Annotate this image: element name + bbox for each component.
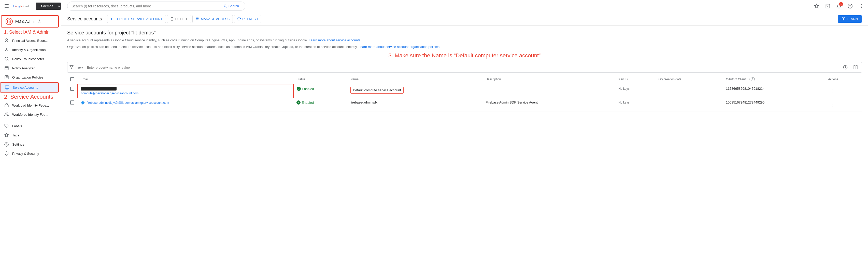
learn-more-accounts-link[interactable]: Learn more about service accounts. xyxy=(309,38,361,42)
annotation-select-iam: 1. Select IAM & Admin xyxy=(0,29,61,36)
create-button-label: + CREATE SERVICE ACCOUNT xyxy=(114,17,163,21)
column-config-button[interactable] xyxy=(851,63,860,72)
sidebar-item-privacy-security[interactable]: Privacy & Security xyxy=(0,149,59,158)
table-help-button[interactable] xyxy=(841,63,849,72)
row1-name-highlighted: Default compute service account xyxy=(350,87,404,93)
oauth2-help-icon[interactable]: ? xyxy=(751,77,755,81)
refresh-button[interactable]: REFRESH xyxy=(234,15,261,23)
row2-email-icon: 🔷 xyxy=(81,101,85,105)
page-title: Service accounts xyxy=(67,16,102,22)
tags-icon xyxy=(4,133,9,138)
row2-email-link[interactable]: firebase-adminsdk-jvt2t@lit-demos.iam.gs… xyxy=(87,101,169,105)
sidebar-label-policy-analyzer: Policy Analyzer xyxy=(12,66,35,70)
sidebar-item-service-accounts[interactable]: Service Accounts xyxy=(1,83,58,92)
menu-button[interactable] xyxy=(2,2,11,11)
header-description: Description xyxy=(483,75,615,84)
svg-point-14 xyxy=(861,4,862,5)
iam-admin-header[interactable]: IAM & Admin xyxy=(1,15,59,28)
hamburger-icon xyxy=(4,3,10,9)
row2-key-creation-date-cell xyxy=(654,98,723,111)
svg-text:e: e xyxy=(21,5,22,8)
row1-status-dot xyxy=(297,87,301,91)
settings-icon xyxy=(4,142,9,147)
sidebar-item-organization-policies[interactable]: Organization Policies xyxy=(0,73,59,82)
search-input[interactable] xyxy=(71,4,221,8)
policy-analyzer-icon xyxy=(4,65,9,71)
notification-button[interactable]: 1 xyxy=(834,2,844,11)
row1-status: Enabled xyxy=(297,87,344,91)
pin-icon xyxy=(37,19,41,23)
filter-bar: Filter xyxy=(67,62,862,73)
sidebar-item-policy-troubleshooter[interactable]: Policy Troubleshooter xyxy=(0,54,59,63)
header-checkbox[interactable] xyxy=(70,77,74,81)
topbar: G o o g l e Cloud lit-demos Search xyxy=(0,0,868,12)
delete-button[interactable]: DELETE xyxy=(167,15,192,23)
refresh-button-label: REFRESH xyxy=(242,17,258,21)
sidebar-item-identity-organization[interactable]: Identity & Organization xyxy=(0,45,59,54)
more-button[interactable] xyxy=(857,2,866,11)
row2-actions-cell: ⋮ xyxy=(825,98,862,111)
sidebar-label-tags: Tags xyxy=(12,133,19,137)
page-body: Service accounts for project "lit-demos"… xyxy=(61,26,868,115)
row2-key-id: No keys xyxy=(618,101,629,104)
project-selector[interactable]: lit-demos xyxy=(36,3,61,10)
manage-access-button[interactable]: MANAGE ACCESS xyxy=(192,15,233,23)
delete-button-label: DELETE xyxy=(175,17,188,21)
sidebar-label-workforce-identity: Workforce Identity Fed... xyxy=(12,113,48,116)
sidebar-item-labels[interactable]: Labels xyxy=(0,122,59,131)
search-icon xyxy=(223,4,227,8)
row2-checkbox-cell xyxy=(67,98,78,111)
main-layout: IAM & Admin 1. Select IAM & Admin Princi… xyxy=(0,12,868,270)
row1-email-blocked xyxy=(81,87,117,90)
create-icon: + xyxy=(111,17,113,21)
service-accounts-icon xyxy=(5,85,10,90)
google-cloud-logo-svg: G o o g l e Cloud xyxy=(13,3,34,9)
row2-description: Firebase Admin SDK Service Agent xyxy=(486,101,538,104)
svg-text:Cloud: Cloud xyxy=(23,5,29,8)
sidebar-item-workforce-identity[interactable]: Workforce Identity Fed... xyxy=(0,110,59,119)
help-button[interactable] xyxy=(846,2,855,11)
svg-text:G: G xyxy=(13,4,16,8)
header-key-id: Key ID xyxy=(615,75,654,84)
google-cloud-logo[interactable]: G o o g l e Cloud xyxy=(13,3,34,9)
row1-status-label: Enabled xyxy=(302,87,314,91)
row2-actions-button[interactable]: ⋮ xyxy=(828,101,836,109)
sidebar-item-settings[interactable]: Settings xyxy=(0,140,59,149)
bookmark-button[interactable] xyxy=(812,2,821,11)
row1-checkbox[interactable] xyxy=(70,87,74,91)
sidebar-item-policy-analyzer[interactable]: Policy Analyzer xyxy=(0,63,59,73)
table-row: 🔷 firebase-adminsdk-jvt2t@lit-demos.iam.… xyxy=(67,98,862,111)
header-status: Status xyxy=(293,75,347,84)
create-service-account-button[interactable]: + + CREATE SERVICE ACCOUNT xyxy=(107,15,166,23)
row1-key-id: No keys xyxy=(618,87,629,90)
svg-marker-9 xyxy=(814,4,819,8)
labels-icon xyxy=(4,124,9,129)
row1-email-link[interactable]: compute@developer.gserviceaccount.com xyxy=(81,91,138,95)
sidebar-item-principal-access[interactable]: Principal Access Boun... xyxy=(0,36,59,45)
refresh-icon xyxy=(237,17,241,21)
row2-status: Enabled xyxy=(297,101,344,105)
table-row: compute@developer.gserviceaccount.com En… xyxy=(67,84,862,98)
sidebar-item-tags[interactable]: Tags xyxy=(0,131,59,140)
sidebar-item-workload-identity[interactable]: Workload Identity Fede... xyxy=(0,101,59,110)
page-description-2-text: Organization policies can be used to sec… xyxy=(67,45,358,49)
svg-rect-19 xyxy=(5,66,8,70)
learn-more-org-policies-link[interactable]: Learn more about service account organiz… xyxy=(359,45,440,49)
row2-description-cell: Firebase Admin SDK Service Agent xyxy=(483,98,615,111)
page-description-1: A service account represents a Google Cl… xyxy=(67,38,862,43)
search-button[interactable]: Search xyxy=(221,4,241,8)
shell-icon xyxy=(825,4,830,9)
row2-checkbox[interactable] xyxy=(70,101,74,105)
svg-point-15 xyxy=(861,6,862,6)
principal-access-icon xyxy=(4,38,9,43)
svg-marker-33 xyxy=(70,65,73,69)
row1-actions-button[interactable]: ⋮ xyxy=(828,87,836,95)
header-email: Email xyxy=(78,75,293,84)
header-name[interactable]: Name ↑ xyxy=(347,75,483,84)
filter-input[interactable] xyxy=(85,64,841,70)
help-circle-icon xyxy=(843,65,848,70)
shell-button[interactable] xyxy=(823,2,832,11)
row2-oauth2-cell: 100851672481273449290 xyxy=(723,98,825,111)
columns-icon xyxy=(853,65,858,70)
learn-button[interactable]: LEARN xyxy=(838,15,862,23)
